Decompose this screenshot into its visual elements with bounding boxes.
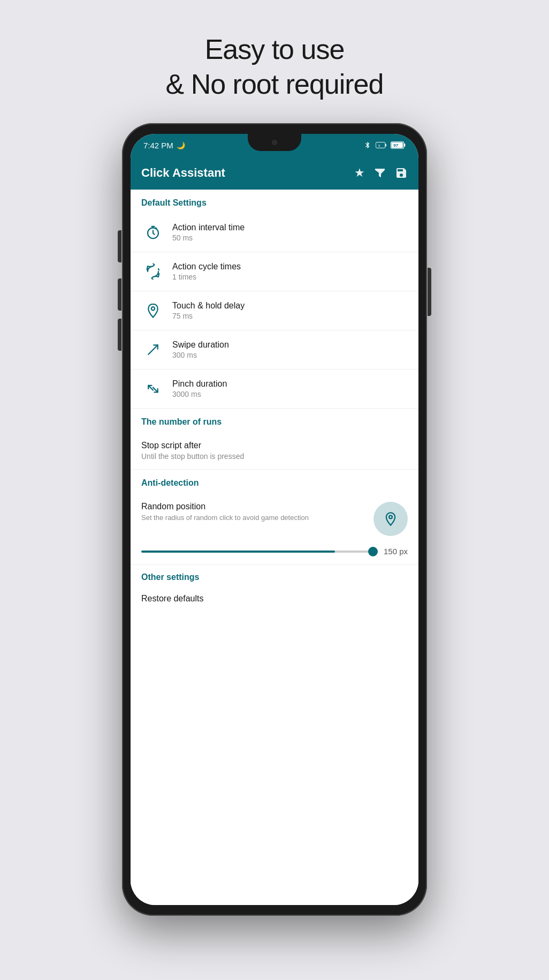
slider-value: 150 px (384, 547, 408, 556)
stop-script-title: Stop script after (141, 441, 408, 450)
time-text: 7:42 PM (143, 141, 173, 150)
pinch-icon (145, 381, 161, 397)
save-button[interactable] (395, 167, 408, 179)
anti-detection-section: Random position Set the radius of random… (131, 493, 418, 565)
app-bar-icons: ★ (354, 166, 408, 180)
number-of-runs-header: The number of runs (131, 409, 418, 432)
pinch-duration-row[interactable]: Pinch duration 3000 ms (131, 370, 418, 409)
slider-thumb[interactable] (368, 547, 378, 556)
action-interval-icon-wrap (141, 221, 165, 244)
swipe-duration-title: Swipe duration (172, 340, 229, 350)
action-interval-title: Action interval time (172, 223, 245, 232)
action-cycle-icon-wrap (141, 260, 165, 283)
pinch-duration-text: Pinch duration 3000 ms (172, 379, 227, 398)
random-text: Random position Set the radius of random… (141, 502, 367, 523)
location-bubble (373, 502, 408, 536)
svg-rect-0 (376, 142, 385, 148)
svg-rect-4 (404, 144, 405, 147)
touch-hold-value: 75 ms (172, 312, 245, 320)
action-interval-row[interactable]: Action interval time 50 ms (131, 213, 418, 252)
slider-fill (141, 551, 335, 553)
random-title: Random position (141, 502, 367, 511)
stop-script-row[interactable]: Stop script after Until the stop button … (131, 432, 418, 470)
pinch-duration-title: Pinch duration (172, 379, 227, 389)
headline: Easy to use & No root required (166, 32, 384, 102)
svg-rect-1 (385, 144, 386, 147)
restore-title: Restore defaults (141, 594, 408, 604)
bluetooth-icon (364, 140, 371, 150)
slider-track[interactable] (141, 551, 377, 553)
headline-line1: Easy to use (205, 34, 345, 65)
location-pin-icon (145, 303, 161, 319)
random-subtitle: Set the radius of random click to avoid … (141, 513, 367, 523)
timer-icon (145, 224, 161, 240)
touch-hold-icon-wrap (141, 299, 165, 322)
touch-hold-title: Touch & hold delay (172, 301, 245, 311)
svg-line-9 (148, 345, 158, 355)
status-right: x 97 (364, 140, 406, 150)
action-cycle-value: 1 times (172, 273, 241, 281)
x-battery-icon: x (376, 141, 386, 149)
svg-point-8 (151, 307, 155, 310)
svg-line-10 (148, 386, 153, 390)
content: Default Settings Action interval time 50… (131, 190, 418, 905)
action-cycle-title: Action cycle times (172, 262, 241, 272)
app-bar: Click Assistant ★ (131, 156, 418, 190)
touch-hold-text: Touch & hold delay 75 ms (172, 301, 245, 320)
stop-script-value: Until the stop button is pressed (141, 452, 408, 461)
pinch-duration-value: 3000 ms (172, 390, 227, 398)
touch-hold-row[interactable]: Touch & hold delay 75 ms (131, 291, 418, 330)
action-interval-value: 50 ms (172, 233, 245, 242)
swipe-icon (145, 342, 161, 358)
app-title: Click Assistant (141, 166, 354, 180)
status-bar: 7:42 PM 🌙 x (131, 134, 418, 156)
location-bubble-icon (383, 511, 398, 526)
status-time: 7:42 PM 🌙 (143, 141, 185, 150)
notch (248, 134, 301, 151)
notch-camera (272, 140, 277, 145)
pinch-duration-icon-wrap (141, 377, 165, 401)
action-cycle-text: Action cycle times 1 times (172, 262, 241, 281)
svg-point-12 (389, 516, 392, 519)
battery-icon: 97 (391, 141, 406, 149)
screen: 7:42 PM 🌙 x (131, 134, 418, 905)
svg-text:x: x (378, 144, 380, 147)
restore-row[interactable]: Restore defaults (131, 587, 418, 610)
svg-line-11 (153, 388, 158, 393)
moon-icon: 🌙 (177, 141, 185, 149)
cycle-icon (145, 263, 161, 280)
swipe-duration-icon-wrap (141, 338, 165, 361)
phone-shell: 7:42 PM 🌙 x (122, 123, 427, 916)
action-cycle-row[interactable]: Action cycle times 1 times (131, 252, 418, 291)
swipe-duration-value: 300 ms (172, 351, 229, 359)
default-settings-header: Default Settings (131, 190, 418, 213)
headline-line2: & No root required (166, 69, 384, 100)
action-interval-text: Action interval time 50 ms (172, 223, 245, 242)
slider-row: 150 px (131, 545, 418, 564)
filter-button[interactable] (373, 167, 386, 179)
anti-detection-header: Anti-detection (131, 470, 418, 493)
random-position-row[interactable]: Random position Set the radius of random… (131, 493, 418, 545)
star-button[interactable]: ★ (354, 166, 365, 180)
swipe-duration-text: Swipe duration 300 ms (172, 340, 229, 359)
swipe-duration-row[interactable]: Swipe duration 300 ms (131, 330, 418, 370)
svg-text:97: 97 (393, 143, 399, 148)
other-settings-header: Other settings (131, 565, 418, 587)
